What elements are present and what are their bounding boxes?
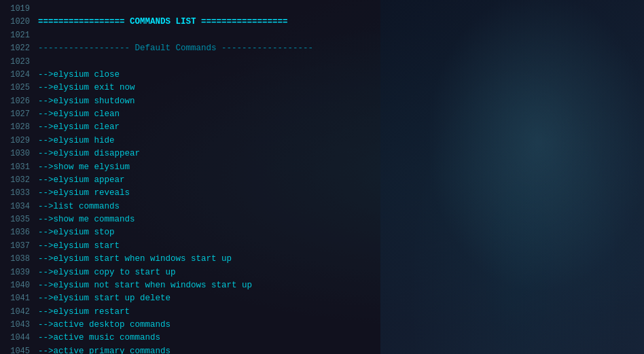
terminal-line: 1045-->active primary commands — [5, 345, 375, 354]
line-content: -->elysium close — [38, 69, 120, 82]
line-number: 1020 — [5, 16, 30, 29]
line-content — [38, 3, 43, 16]
line-number: 1040 — [5, 279, 30, 292]
line-content: -->show me elysium — [38, 161, 130, 174]
line-content: -->elysium clear — [38, 121, 120, 134]
line-number: 1024 — [5, 69, 30, 82]
line-number: 1032 — [5, 174, 30, 187]
terminal-line: 1037-->elysium start — [5, 240, 375, 253]
terminal-line: 1039-->elysium copy to start up — [5, 266, 375, 279]
terminal-line: 1038-->elysium start when windows start … — [5, 253, 375, 266]
line-content: -->show me commands — [38, 213, 135, 226]
line-number: 1019 — [5, 3, 30, 16]
terminal-line: 1022------------------ Default Commands … — [5, 42, 375, 55]
line-number: 1025 — [5, 82, 30, 94]
terminal-line: 1044-->active music commands — [5, 332, 375, 344]
line-number: 1045 — [5, 345, 30, 354]
terminal-line: 1030-->elysium disappear — [5, 147, 375, 160]
line-number: 1022 — [5, 42, 30, 55]
line-number: 1023 — [5, 56, 30, 69]
line-number: 1031 — [5, 161, 30, 174]
line-content: -->elysium not start when windows start … — [38, 279, 252, 292]
line-content: -->active primary commands — [38, 345, 171, 354]
line-content: -->elysium shutdown — [38, 95, 135, 108]
line-content: -->elysium restart — [38, 306, 130, 319]
terminal-line: 1035-->show me commands — [5, 213, 375, 226]
line-content: -->elysium exit now — [38, 82, 135, 94]
terminal-line: 1029-->elysium hide — [5, 135, 375, 147]
line-content: -->elysium hide — [38, 135, 115, 147]
line-content: -->active music commands — [38, 332, 160, 344]
terminal-panel[interactable]: 1019 1020================= COMMANDS LIST… — [0, 0, 380, 354]
line-number: 1041 — [5, 292, 30, 305]
line-content: -->elysium copy to start up — [38, 266, 176, 279]
terminal-line: 1021 — [5, 29, 375, 42]
terminal-line: 1025-->elysium exit now — [5, 82, 375, 94]
terminal-line: 1036-->elysium stop — [5, 226, 375, 239]
line-number: 1026 — [5, 95, 30, 108]
terminal-line: 1031-->show me elysium — [5, 161, 375, 174]
line-content: -->active desktop commands — [38, 319, 171, 332]
line-content: ================= COMMANDS LIST ========… — [38, 16, 288, 29]
line-content — [38, 56, 43, 69]
terminal-line: 1020================= COMMANDS LIST ====… — [5, 16, 375, 29]
terminal-line: 1043-->active desktop commands — [5, 319, 375, 332]
terminal-line: 1042-->elysium restart — [5, 306, 375, 319]
line-number: 1029 — [5, 135, 30, 147]
line-number: 1033 — [5, 187, 30, 200]
background-panel — [380, 0, 644, 354]
terminal-line: 1032-->elysium appear — [5, 174, 375, 187]
line-number: 1042 — [5, 306, 30, 319]
line-number: 1043 — [5, 319, 30, 332]
line-content: -->elysium clean — [38, 108, 120, 121]
line-number: 1039 — [5, 266, 30, 279]
terminal-line: 1033-->elysium reveals — [5, 187, 375, 200]
line-content: -->elysium stop — [38, 226, 115, 239]
line-content: -->elysium disappear — [38, 147, 140, 160]
line-content: -->list commands — [38, 200, 120, 213]
line-content: -->elysium start — [38, 240, 120, 253]
line-number: 1036 — [5, 226, 30, 239]
line-content: -->elysium reveals — [38, 187, 130, 200]
line-number: 1021 — [5, 29, 30, 42]
line-number: 1044 — [5, 332, 30, 344]
terminal-line: 1027-->elysium clean — [5, 108, 375, 121]
terminal-line: 1023 — [5, 56, 375, 69]
line-content: -->elysium appear — [38, 174, 125, 187]
line-content — [38, 29, 43, 42]
terminal-line: 1026-->elysium shutdown — [5, 95, 375, 108]
terminal-line: 1034-->list commands — [5, 200, 375, 213]
terminal-line: 1028-->elysium clear — [5, 121, 375, 134]
terminal-line: 1019 — [5, 3, 375, 16]
line-content: -->elysium start up delete — [38, 292, 171, 305]
line-content: ------------------ Default Commands ----… — [38, 42, 313, 55]
line-content: -->elysium start when windows start up — [38, 253, 232, 266]
line-number: 1027 — [5, 108, 30, 121]
line-number: 1035 — [5, 213, 30, 226]
line-number: 1030 — [5, 147, 30, 160]
line-number: 1034 — [5, 200, 30, 213]
line-number: 1037 — [5, 240, 30, 253]
line-number: 1038 — [5, 253, 30, 266]
line-number: 1028 — [5, 121, 30, 134]
figure-silhouette — [386, 14, 644, 354]
terminal-line: 1041-->elysium start up delete — [5, 292, 375, 305]
terminal-line: 1024-->elysium close — [5, 69, 375, 82]
terminal-line: 1040-->elysium not start when windows st… — [5, 279, 375, 292]
